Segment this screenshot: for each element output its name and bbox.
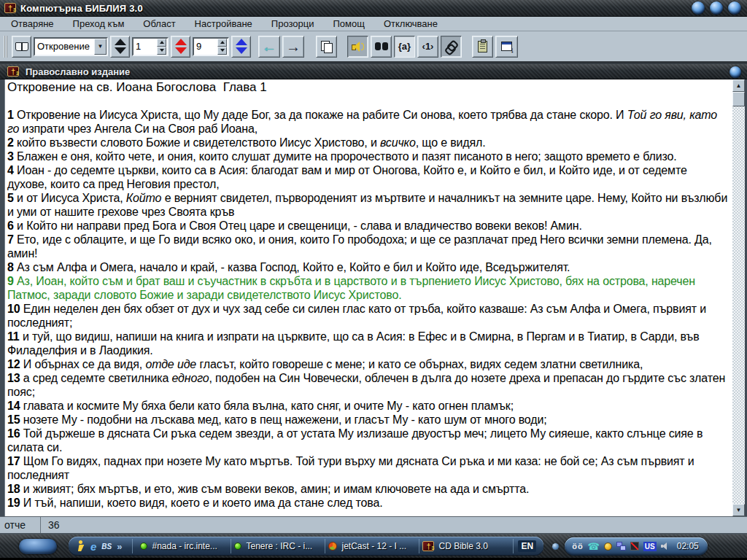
bible-verse: 17 Щом Го видях, паднах при нозете Му ка… bbox=[7, 454, 729, 482]
chapter-heading: Откровение на св. Иоана Богослова Глава … bbox=[7, 80, 729, 95]
bible-verse: 18 и живият; бях мъртъв, и ето, жив съм … bbox=[7, 482, 729, 496]
menu-item[interactable]: Отваряне bbox=[1, 18, 63, 29]
bible-verse: 19 И тъй, напиши, което видя, което е и … bbox=[7, 496, 729, 510]
taskbar-button[interactable]: #nada - irc.inte... bbox=[137, 541, 231, 551]
scroll-down-button[interactable]: ▼ bbox=[732, 504, 745, 516]
menu-item[interactable]: Преход към bbox=[63, 18, 134, 29]
verse-number: 10 bbox=[7, 303, 23, 315]
mini-down-icon bbox=[220, 49, 225, 52]
overflow-chevron-icon[interactable]: » bbox=[117, 541, 122, 552]
network-icon[interactable] bbox=[616, 542, 626, 551]
subwindow-icon bbox=[7, 66, 19, 77]
annotations-button[interactable]: {a} bbox=[394, 36, 415, 58]
verse-spinner[interactable] bbox=[231, 36, 251, 58]
verse-text: , що е видял. bbox=[416, 136, 486, 149]
language-indicator[interactable]: EN bbox=[518, 540, 536, 552]
taskbar-band: eBS» #nada - irc.inte...Tenere : IRC - i… bbox=[69, 537, 543, 556]
bsplayer-icon[interactable]: BS bbox=[101, 542, 112, 551]
taskbar-button[interactable]: jetCast - 12 - I ... bbox=[325, 541, 419, 551]
verse-text: Иоан - до седемте църкви, които са в Аси… bbox=[7, 164, 687, 190]
taskbar-button-label: #nada - irc.inte... bbox=[152, 541, 217, 551]
dropdown-arrow-icon[interactable]: ▼ bbox=[94, 39, 107, 55]
window-export-button[interactable] bbox=[495, 36, 518, 58]
close-button[interactable] bbox=[728, 1, 741, 15]
volume-icon[interactable] bbox=[661, 542, 670, 551]
app-icon bbox=[4, 3, 16, 13]
toolbar-grip[interactable] bbox=[4, 36, 7, 58]
chain-link-icon bbox=[446, 41, 457, 52]
verse-text: едного bbox=[172, 372, 209, 384]
menu-bar: ОтварянеПреход къмОбластНастройванеПрозо… bbox=[0, 17, 747, 31]
verse-text: Щом Го видях, паднах при нозете Му като … bbox=[7, 455, 694, 481]
bible-icon bbox=[422, 541, 434, 551]
start-button[interactable] bbox=[19, 539, 57, 554]
ie-icon[interactable]: e bbox=[90, 541, 96, 552]
subwindow-titlebar: Православно издание bbox=[0, 63, 747, 79]
mini-down-icon bbox=[160, 49, 164, 52]
scrollbar-track[interactable] bbox=[732, 106, 745, 504]
verse-number: 19 bbox=[7, 497, 23, 509]
chapter-input[interactable] bbox=[133, 39, 157, 55]
minimize-button[interactable] bbox=[692, 1, 705, 15]
menu-item[interactable]: Помощ bbox=[323, 18, 374, 29]
keyboard-layout-indicator[interactable]: US bbox=[643, 542, 657, 551]
verse-number: 3 bbox=[7, 150, 17, 163]
subwindow-close-button[interactable] bbox=[729, 66, 741, 78]
verse-spin-down[interactable] bbox=[217, 47, 227, 55]
bible-verse: 16 Той държеше в дясната Си ръка седем з… bbox=[7, 427, 729, 454]
chapter-spin-up[interactable] bbox=[157, 39, 166, 47]
verse-number: 7 bbox=[7, 233, 17, 246]
menu-item[interactable]: Прозорци bbox=[262, 18, 324, 29]
search-button[interactable] bbox=[371, 36, 392, 58]
eyes-icon[interactable]: öö bbox=[572, 542, 583, 551]
bible-verse: 10 Един неделен ден бях обзет от дух и ч… bbox=[7, 302, 729, 330]
scrollbar-thumb[interactable] bbox=[732, 92, 745, 106]
chapter-spinner[interactable] bbox=[171, 36, 190, 58]
copy-button[interactable] bbox=[316, 36, 337, 58]
menu-item[interactable]: Настройване bbox=[185, 18, 262, 29]
bible-verse: 5 и от Иисуса Христа, Който е верният св… bbox=[7, 191, 729, 219]
verse-text: Блажен е оня, който чете, и ония, които … bbox=[17, 150, 676, 163]
icq-icon[interactable] bbox=[604, 542, 612, 551]
speech-button[interactable] bbox=[347, 36, 368, 58]
aim-icon[interactable] bbox=[76, 540, 85, 552]
taskbar-button[interactable]: CD Bible 3.0 bbox=[419, 541, 513, 551]
tray-toggle-orb[interactable] bbox=[552, 543, 559, 550]
clipboard-button[interactable] bbox=[472, 36, 493, 58]
link-button[interactable] bbox=[441, 36, 462, 58]
open-book-button[interactable] bbox=[12, 36, 31, 58]
chapter-spin-down[interactable] bbox=[157, 47, 166, 55]
verse-number: 17 bbox=[7, 455, 23, 467]
toolbar: Откровение ▼ bbox=[0, 31, 747, 63]
verse-spin-up[interactable] bbox=[217, 39, 227, 47]
menu-item[interactable]: Област bbox=[133, 18, 185, 29]
book-dropdown[interactable]: Откровение ▼ bbox=[34, 37, 108, 56]
maximize-button[interactable] bbox=[710, 1, 723, 15]
dialup-icon[interactable]: ☎ bbox=[588, 542, 600, 551]
verse-input[interactable] bbox=[194, 39, 217, 55]
taskbar-separator bbox=[419, 539, 419, 553]
menu-item[interactable]: Отключване bbox=[374, 18, 447, 29]
verse-text: И обърнах се да видя, bbox=[23, 358, 146, 370]
bible-verse: 6 и Който ни направи пред Бога и Своя От… bbox=[7, 219, 729, 233]
bible-verse: 7 Ето, иде с облаците, и ще Го види всяк… bbox=[7, 233, 729, 260]
taskbar-button-label: CD Bible 3.0 bbox=[438, 541, 487, 551]
book-spinner[interactable] bbox=[110, 36, 130, 58]
verse-number: 2 bbox=[7, 136, 17, 149]
forward-button[interactable]: → bbox=[282, 36, 304, 58]
book-dropdown-value: Откровение bbox=[35, 41, 94, 52]
desktop: Компютърна БИБЛИЯ 3.0 ОтварянеПреход към… bbox=[0, 0, 747, 560]
mute-icon[interactable] bbox=[630, 542, 639, 551]
verse-numbers-button[interactable]: ‹1› bbox=[417, 36, 438, 58]
vertical-scrollbar[interactable]: ▲ ▼ bbox=[732, 79, 745, 516]
verse-number: 8 bbox=[7, 261, 17, 273]
bible-verse: 8 Аз съм Алфа и Омега, начало и край, - … bbox=[7, 260, 729, 274]
verse-text: главата и космите Му бяха бели като бяла… bbox=[23, 400, 514, 412]
jetcast-icon bbox=[328, 542, 337, 551]
bible-verse: 12 И обърнах се да видя, отде иде гласът… bbox=[7, 357, 729, 371]
taskbar-button[interactable]: Tenere : IRC - i... bbox=[231, 541, 325, 551]
back-button[interactable]: ← bbox=[258, 36, 280, 58]
scroll-up-button[interactable]: ▲ bbox=[732, 79, 745, 92]
verse-text: И тъй, напиши, което видя, което е и кое… bbox=[23, 497, 383, 509]
verse-text: който възвести словото Божие и свидетелс… bbox=[17, 136, 380, 149]
